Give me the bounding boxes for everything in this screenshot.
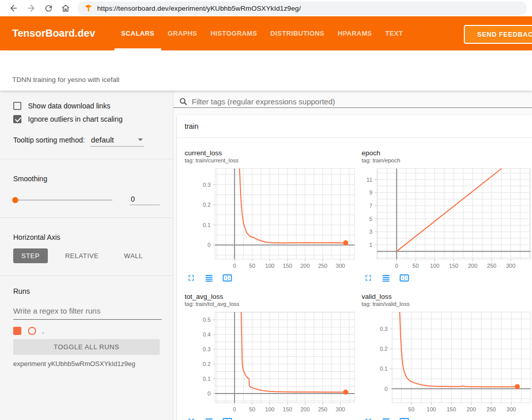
- tooltip-sorting-row: Tooltip sorting method: default: [13, 135, 160, 147]
- fit-domain-icon[interactable]: [222, 417, 232, 420]
- svg-text:150: 150: [449, 263, 458, 269]
- svg-text:0: 0: [385, 386, 388, 392]
- search-icon: [179, 97, 188, 106]
- tab-text[interactable]: TEXT: [378, 16, 409, 50]
- chart-plot[interactable]: 00.10.20.350100150200250300: [358, 309, 532, 413]
- home-icon[interactable]: [57, 1, 74, 15]
- horizontal-axis-label: Horizontal Axis: [13, 233, 160, 241]
- svg-text:200: 200: [301, 263, 310, 269]
- chart-grid: current_loss tag: train/current_loss 00.…: [177, 138, 532, 420]
- slider-thumb[interactable]: [12, 197, 18, 203]
- smoothing-slider[interactable]: [13, 200, 112, 201]
- chart-toolbar: [364, 273, 532, 283]
- forward-arrow-icon[interactable]: [22, 1, 40, 15]
- svg-text:50: 50: [249, 263, 255, 269]
- experiment-description-band: TDNN training for yesno with icefall: [0, 50, 532, 91]
- chart-toolbar: [187, 417, 356, 420]
- back-arrow-icon[interactable]: [5, 1, 22, 15]
- run-color-swatch-icon: [28, 327, 36, 335]
- fit-domain-icon[interactable]: [222, 273, 232, 283]
- run-row[interactable]: .: [13, 327, 160, 335]
- chart-tag: tag: train/valid_loss: [362, 301, 532, 307]
- experiment-description: TDNN training for yesno with icefall: [12, 76, 120, 83]
- expand-chart-icon[interactable]: [364, 273, 373, 283]
- chart-plot[interactable]: 00.10.20.30.40.5050100150200250300: [181, 309, 357, 413]
- svg-text:150: 150: [447, 406, 456, 412]
- tooltip-sorting-select[interactable]: default: [90, 135, 144, 147]
- chart-plot[interactable]: 1357911050100150200250300: [358, 165, 532, 269]
- filter-tags-row: [173, 91, 532, 108]
- relative-button[interactable]: RELATIVE: [57, 248, 107, 263]
- tab-graphs[interactable]: GRAPHS: [161, 16, 204, 50]
- ignore-outliers-checkbox[interactable]: Ignore outliers in chart scaling: [13, 115, 160, 123]
- send-feedback-button[interactable]: SEND FEEDBACK: [464, 25, 532, 44]
- svg-text:300: 300: [336, 263, 345, 269]
- svg-text:11: 11: [367, 177, 372, 183]
- train-section-header[interactable]: train: [177, 115, 532, 138]
- svg-text:50: 50: [412, 263, 419, 269]
- tooltip-sorting-value: default: [91, 135, 131, 144]
- log-scale-toggle-icon[interactable]: [381, 273, 391, 283]
- svg-text:5: 5: [369, 216, 372, 222]
- expand-chart-icon[interactable]: [187, 273, 196, 283]
- chart-card-current-loss: current_loss tag: train/current_loss 00.…: [179, 149, 356, 283]
- fit-domain-icon[interactable]: [399, 273, 409, 283]
- svg-text:0: 0: [233, 406, 236, 412]
- log-scale-toggle-icon[interactable]: [204, 417, 214, 420]
- svg-text:1: 1: [369, 242, 372, 248]
- svg-text:9: 9: [369, 189, 372, 195]
- smoothing-value[interactable]: 0: [130, 195, 160, 205]
- fit-domain-icon[interactable]: [399, 417, 409, 420]
- tensorboard-page: https://tensorboard.dev/experiment/yKUbh…: [0, 0, 532, 420]
- filter-tags-input[interactable]: [192, 97, 532, 106]
- chart-title: epoch: [362, 149, 532, 157]
- svg-text:200: 200: [301, 406, 310, 412]
- svg-text:250: 250: [487, 406, 496, 412]
- svg-text:0: 0: [208, 242, 211, 248]
- chart-title: tot_avg_loss: [185, 293, 356, 300]
- chart-plot-area[interactable]: 00.10.20.3050100150200250300: [181, 165, 356, 271]
- svg-text:300: 300: [336, 406, 345, 412]
- chart-plot-area[interactable]: 00.10.20.30.40.5050100150200250300: [181, 309, 356, 415]
- log-scale-toggle-icon[interactable]: [204, 273, 214, 283]
- expand-chart-icon[interactable]: [187, 417, 196, 420]
- runs-regex-input[interactable]: [13, 304, 162, 320]
- tab-hparams[interactable]: HPARAMS: [331, 16, 379, 50]
- toggle-all-runs-button[interactable]: TOGGLE ALL RUNS: [13, 339, 160, 355]
- svg-text:0.1: 0.1: [380, 366, 388, 372]
- ignore-outliers-label: Ignore outliers in chart scaling: [28, 115, 123, 123]
- run-checkbox-checked-icon[interactable]: [13, 327, 21, 335]
- tab-histograms[interactable]: HISTOGRAMS: [204, 16, 264, 50]
- svg-text:150: 150: [283, 263, 292, 269]
- svg-text:100: 100: [430, 263, 439, 269]
- log-scale-toggle-icon[interactable]: [381, 417, 391, 420]
- reload-icon[interactable]: [40, 1, 57, 15]
- tab-distributions[interactable]: DISTRIBUTIONS: [264, 16, 331, 50]
- step-button[interactable]: STEP: [13, 248, 48, 263]
- svg-text:100: 100: [265, 406, 274, 412]
- chevron-down-icon: [138, 138, 143, 141]
- svg-text:300: 300: [506, 263, 515, 269]
- chart-plot[interactable]: 00.10.20.3050100150200250300: [181, 165, 357, 269]
- show-download-links-checkbox[interactable]: Show data download links: [13, 102, 160, 110]
- chart-plot-area[interactable]: 00.10.20.350100150200250300: [358, 309, 532, 415]
- svg-text:0.2: 0.2: [203, 361, 211, 367]
- checkbox-unchecked-icon[interactable]: [13, 102, 21, 110]
- address-bar[interactable]: https://tensorboard.dev/experiment/yKUbh…: [77, 2, 527, 15]
- tab-scalars[interactable]: SCALARS: [114, 16, 161, 50]
- wall-button[interactable]: WALL: [116, 248, 151, 263]
- chart-title: current_loss: [185, 149, 356, 157]
- chart-tag: tag: train/tot_avg_loss: [185, 301, 356, 307]
- chart-plot-area[interactable]: 1357911050100150200250300: [358, 165, 532, 271]
- svg-text:0.1: 0.1: [203, 222, 211, 228]
- svg-text:0: 0: [208, 390, 211, 397]
- svg-text:300: 300: [507, 406, 516, 412]
- checkbox-checked-icon[interactable]: [13, 115, 21, 123]
- svg-text:0.3: 0.3: [203, 346, 211, 352]
- svg-text:100: 100: [265, 263, 274, 269]
- svg-text:250: 250: [487, 263, 496, 269]
- expand-chart-icon[interactable]: [364, 417, 373, 420]
- train-section-title: train: [185, 122, 198, 130]
- svg-text:0.3: 0.3: [380, 326, 388, 332]
- svg-text:0.1: 0.1: [203, 376, 211, 382]
